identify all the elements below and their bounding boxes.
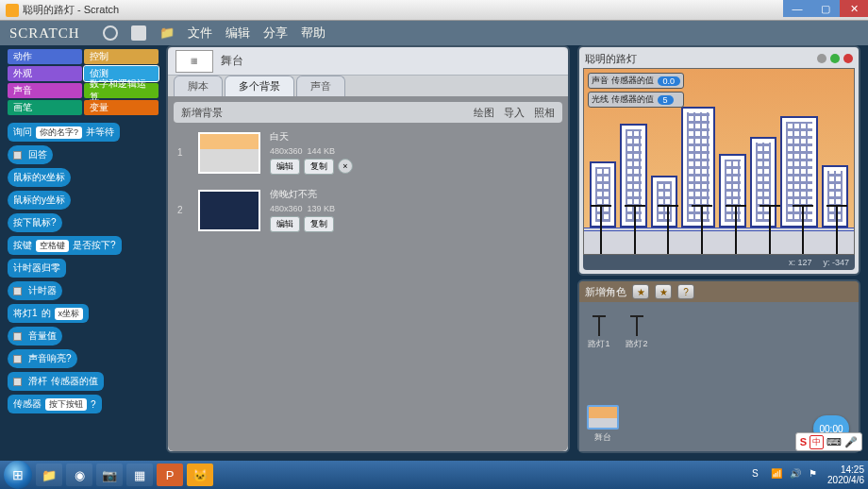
menu-share[interactable]: 分享	[263, 25, 288, 42]
category-variables[interactable]: 变量	[84, 100, 159, 115]
tab-scripts[interactable]: 脚本	[174, 76, 223, 96]
green-flag-icon[interactable]	[830, 54, 840, 63]
start-button[interactable]: ⊞	[4, 461, 32, 489]
backdrop-paint-button[interactable]: 绘图	[474, 106, 494, 120]
sprite-pane: 新增角色 ★ ★ ? 路灯1 路灯2 舞台	[577, 279, 860, 453]
save-icon[interactable]	[131, 25, 146, 41]
monitor-sound-sensor[interactable]: 声音 传感器的值 0.0	[588, 73, 684, 89]
window-minimize-button[interactable]: —	[783, 0, 811, 17]
block-loud-checkbox[interactable]	[13, 355, 22, 363]
stage[interactable]: 声音 传感器的值 0.0 光线 传感器的值 5	[583, 68, 855, 255]
window-maximize-button[interactable]: ▢	[811, 0, 840, 17]
block-loudness[interactable]: 音量值	[8, 327, 62, 346]
block-key-arg[interactable]: 空格键	[36, 240, 69, 252]
block-answer-checkbox[interactable]	[13, 151, 22, 160]
taskbar-chrome-icon[interactable]: ◉	[66, 464, 92, 486]
category-looks[interactable]: 外观	[8, 66, 82, 81]
ime-keyboard-icon[interactable]: ⌨	[826, 436, 842, 448]
block-mouse-down[interactable]: 按下鼠标?	[8, 213, 62, 232]
backdrop-index: 1	[177, 147, 189, 158]
backdrop-list: 新增背景 绘图 导入 照相 1 白天 480x360 144 KB 编辑 复制	[168, 96, 568, 451]
block-sensorb-suffix: ?	[91, 399, 96, 410]
sprite-list: 路灯1 路灯2 舞台 00:00	[579, 302, 859, 451]
block-key-pressed[interactable]: 按键 空格键 是否按下?	[8, 236, 122, 255]
block-attr-of[interactable]: 将灯1 的 x坐标	[8, 304, 89, 323]
block-ask-arg[interactable]: 你的名字?	[36, 126, 82, 139]
monitor-light-sensor[interactable]: 光线 传感器的值 5	[588, 92, 684, 108]
backdrop-edit-button[interactable]: 编辑	[270, 159, 300, 175]
backdrop-camera-button[interactable]: 照相	[534, 106, 555, 120]
category-sound[interactable]: 声音	[8, 83, 82, 98]
taskbar-explorer-icon[interactable]: 📁	[36, 464, 62, 486]
ime-lang-badge[interactable]: 中	[810, 435, 824, 449]
tray-clock[interactable]: 14:25 2020/4/6	[827, 464, 864, 485]
block-mouse-y[interactable]: 鼠标的y坐标	[8, 191, 71, 210]
monitor-value: 5	[658, 95, 674, 105]
window-close-button[interactable]: ✕	[840, 0, 868, 17]
taskbar-scratch-icon[interactable]: 🐱	[187, 464, 213, 486]
backdrop-copy-button[interactable]: 复制	[304, 216, 334, 232]
tab-backdrops[interactable]: 多个背景	[225, 76, 294, 96]
block-sensor-bool[interactable]: 传感器 按下按钮 ?	[8, 395, 102, 413]
block-reset-timer[interactable]: 计时器归零	[8, 259, 66, 278]
menu-edit[interactable]: 编辑	[225, 25, 250, 42]
folder-icon[interactable]: 📁	[159, 25, 175, 41]
sprite-stage-icon[interactable]: ▦	[175, 50, 213, 73]
presentation-mode-icon[interactable]	[817, 54, 826, 63]
block-attr-mid: 的	[42, 307, 51, 320]
block-sensorv-checkbox[interactable]	[13, 378, 22, 386]
block-attr-prefix: 将灯1	[13, 307, 38, 320]
category-pen[interactable]: 画笔	[8, 100, 82, 115]
sprite-item[interactable]: 路灯1	[587, 310, 611, 350]
category-motion[interactable]: 动作	[8, 49, 82, 64]
stage-thumb-label: 舞台	[587, 431, 619, 444]
block-sensorb-arg[interactable]: 按下按钮	[45, 398, 87, 411]
backdrop-row[interactable]: 2 傍晚灯不亮 480x360 139 KB 编辑 复制	[174, 182, 562, 238]
tab-sounds[interactable]: 声音	[296, 76, 345, 96]
taskbar-powerpoint-icon[interactable]: P	[157, 464, 183, 486]
block-loudness-checkbox[interactable]	[13, 332, 22, 341]
stage-card: 聪明的路灯	[577, 45, 860, 276]
category-control[interactable]: 控制	[84, 49, 159, 64]
backdrop-delete-button[interactable]: ×	[338, 159, 353, 174]
category-operators[interactable]: 数字和逻辑运算	[84, 83, 159, 98]
monitor-label: 声音 传感器的值	[592, 75, 654, 87]
coord-y-value: -347	[832, 258, 849, 267]
ime-logo: S	[800, 436, 807, 447]
menu-help[interactable]: 帮助	[301, 25, 326, 42]
block-timer[interactable]: 计时器	[8, 281, 62, 300]
monitor-label: 光线 传感器的值	[592, 93, 654, 106]
backdrop-thumb[interactable]	[198, 132, 260, 174]
sprite-stage-item[interactable]: 舞台	[587, 405, 619, 444]
backdrop-edit-button[interactable]: 编辑	[270, 216, 300, 232]
backdrop-row[interactable]: 1 白天 480x360 144 KB 编辑 复制 ×	[174, 125, 562, 180]
coord-y-label: y:	[823, 258, 829, 267]
language-icon[interactable]	[103, 25, 118, 41]
new-sprite-import-button[interactable]: ★	[655, 284, 672, 299]
ime-mic-icon[interactable]: 🎤	[844, 436, 858, 448]
menu-file[interactable]: 文件	[188, 25, 212, 42]
new-sprite-surprise-button[interactable]: ?	[677, 284, 694, 299]
stop-icon[interactable]	[843, 54, 853, 63]
sprite-item[interactable]: 路灯2	[625, 310, 649, 350]
tray-sogou-icon[interactable]: S	[752, 468, 765, 481]
taskbar-camera-icon[interactable]: 📷	[96, 464, 123, 486]
block-answer[interactable]: 回答	[8, 145, 53, 164]
block-list: 询问 你的名字? 并等待 回答 鼠标的x坐标 鼠标的y坐标 按下鼠标? 按键 空…	[8, 123, 159, 413]
block-ask[interactable]: 询问 你的名字? 并等待	[8, 123, 120, 142]
block-loud-label: 声音响亮?	[28, 352, 72, 365]
tray-network-icon[interactable]: 📶	[771, 468, 784, 481]
tray-volume-icon[interactable]: 🔊	[790, 468, 803, 481]
block-sensor-value[interactable]: 滑杆 传感器的值	[8, 372, 104, 391]
backdrop-copy-button[interactable]: 复制	[304, 159, 334, 175]
new-sprite-paint-button[interactable]: ★	[632, 284, 649, 299]
taskbar-app-icon[interactable]: ▦	[126, 464, 153, 486]
block-mouse-x[interactable]: 鼠标的x坐标	[8, 168, 71, 187]
tray-flag-icon[interactable]: ⚑	[809, 468, 822, 481]
block-attr-arg[interactable]: x坐标	[55, 308, 84, 320]
ime-toolbar[interactable]: S 中 ⌨ 🎤	[795, 432, 862, 451]
backdrop-thumb[interactable]	[198, 190, 260, 231]
backdrop-import-button[interactable]: 导入	[504, 106, 525, 120]
block-timer-checkbox[interactable]	[13, 287, 22, 295]
block-loud-q[interactable]: 声音响亮?	[8, 349, 77, 368]
